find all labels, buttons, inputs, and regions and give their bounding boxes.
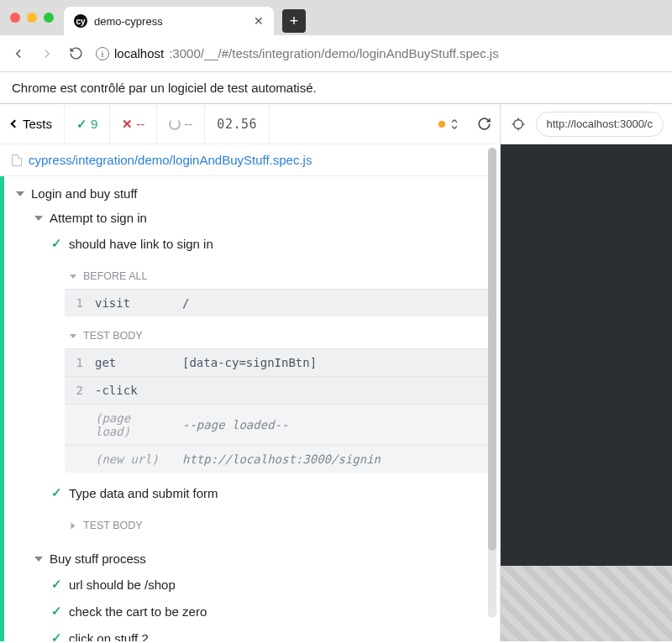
check-icon <box>51 604 62 619</box>
tests-back-button[interactable]: Tests <box>0 104 65 144</box>
command-row[interactable]: 1 get [data-cy=signInBtn] <box>65 348 488 376</box>
browser-tabstrip: cy demo-cypress ✕ + <box>0 0 672 35</box>
reload-button[interactable] <box>67 45 84 62</box>
reporter-panel: Tests 9 -- -- 02.56 <box>0 104 501 641</box>
command-log[interactable]: Login and buy stuff Attempt to sign in s… <box>0 176 500 641</box>
caret-right-icon <box>71 522 76 529</box>
test-body-header[interactable]: TEST BODY <box>65 323 488 348</box>
test-row[interactable]: check the cart to be zero <box>4 598 500 625</box>
new-tab-button[interactable]: + <box>282 9 306 33</box>
viewport-indicator[interactable] <box>430 104 469 144</box>
aut-url-field[interactable]: http://localhost:3000/c <box>536 112 664 137</box>
test-body-header-collapsed[interactable]: TEST BODY <box>65 513 488 538</box>
caret-down-icon <box>34 557 43 562</box>
aut-overflow-area <box>501 566 672 641</box>
command-row-meta[interactable]: (page load) --page loaded-- <box>65 404 488 445</box>
close-window-button[interactable] <box>10 13 20 23</box>
failed-count[interactable]: -- <box>110 104 157 144</box>
spec-file-path[interactable]: cypress/integration/demo/loginAndBuyStuf… <box>0 144 500 176</box>
check-icon <box>51 485 62 500</box>
test-should-have-link[interactable]: should have link to sign in <box>4 230 500 257</box>
check-icon <box>51 236 62 251</box>
context-attempt-sign-in[interactable]: Attempt to sign in <box>4 206 500 230</box>
url-path: :3000/__/#/tests/integration/demo/loginA… <box>169 46 498 60</box>
forward-button[interactable] <box>39 45 55 62</box>
suite-login-and-buy-stuff[interactable]: Login and buy stuff <box>4 181 500 206</box>
file-icon <box>12 154 22 166</box>
caret-down-icon <box>70 334 76 338</box>
favicon: cy <box>74 14 87 28</box>
caret-down-icon <box>34 216 43 221</box>
command-row-meta[interactable]: (new url) http://localhost:3000/signin <box>65 445 488 473</box>
close-tab-icon[interactable]: ✕ <box>254 14 264 28</box>
address-bar: i localhost:3000/__/#/tests/integration/… <box>0 35 672 72</box>
test-row[interactable]: click on stuff 2 <box>4 625 500 641</box>
x-icon <box>122 117 133 132</box>
window-controls <box>0 0 64 35</box>
reporter-header: Tests 9 -- -- 02.56 <box>0 104 500 144</box>
svg-point-0 <box>513 119 522 128</box>
passed-count[interactable]: 9 <box>65 104 110 144</box>
scrollbar-thumb[interactable] <box>488 148 496 551</box>
automation-banner: Chrome est contrôlé par un logiciel de t… <box>0 72 672 104</box>
url-field[interactable]: i localhost:3000/__/#/tests/integration/… <box>96 46 662 60</box>
test-type-data-submit[interactable]: Type data and submit form <box>4 479 500 506</box>
status-dot-icon <box>438 121 445 128</box>
selector-playground-button[interactable] <box>509 115 528 133</box>
pending-count[interactable]: -- <box>157 104 205 144</box>
caret-down-icon <box>16 191 24 196</box>
maximize-window-button[interactable] <box>44 13 54 23</box>
restart-button[interactable] <box>469 104 500 144</box>
check-icon <box>51 577 62 592</box>
command-row[interactable]: 1 visit / <box>65 289 488 316</box>
tests-label: Tests <box>23 117 52 131</box>
duration: 02.56 <box>205 104 270 144</box>
check-icon <box>76 117 87 132</box>
site-info-icon[interactable]: i <box>96 47 109 60</box>
minimize-window-button[interactable] <box>27 13 37 23</box>
command-row[interactable]: 2 -click <box>65 376 488 404</box>
tab-title: demo-cypress <box>94 15 247 28</box>
url-host: localhost <box>114 46 164 60</box>
aut-panel: http://localhost:3000/c <box>501 104 672 641</box>
hook-before-all-header[interactable]: BEFORE ALL <box>65 264 488 289</box>
back-button[interactable] <box>10 45 27 62</box>
check-icon <box>51 630 62 641</box>
chevron-left-icon <box>11 120 19 128</box>
context-buy-stuff-process[interactable]: Buy stuff process <box>4 546 500 571</box>
pending-icon <box>169 118 181 130</box>
browser-tab[interactable]: cy demo-cypress ✕ <box>64 7 274 35</box>
aut-iframe[interactable] <box>501 144 672 641</box>
test-row[interactable]: url should be /shop <box>4 571 500 598</box>
caret-down-icon <box>70 274 76 279</box>
